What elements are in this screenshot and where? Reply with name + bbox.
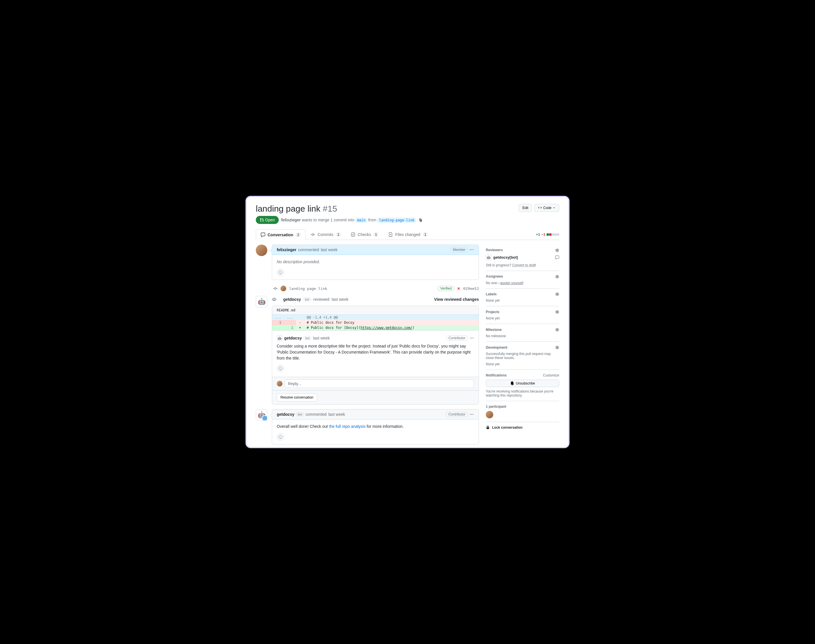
head-branch[interactable]: landing-page-link [378,218,416,223]
kebab-icon[interactable]: ⋯ [470,336,474,340]
gear-icon[interactable] [555,292,559,296]
kebab-icon[interactable]: ⋯ [470,247,474,252]
avatar-bot[interactable]: 🤖 [256,296,267,307]
kebab-icon[interactable]: ⋯ [470,412,474,417]
comment-time[interactable]: last week [328,412,345,417]
gear-icon[interactable] [555,248,559,252]
comment-author[interactable]: felixzieger [277,247,296,252]
eye-icon [272,297,276,302]
base-branch[interactable]: main [355,218,367,223]
participant-avatar[interactable] [486,411,493,419]
gear-icon[interactable] [555,327,559,332]
react-button[interactable] [277,365,284,372]
pr-meta: Open felixzieger wants to merge 1 commit… [256,216,559,224]
commit-message[interactable]: landing page link [289,287,327,291]
gear-icon[interactable] [555,310,559,314]
rc-time[interactable]: last week [313,336,330,340]
svg-point-6 [279,271,282,274]
verified-badge[interactable]: Verified [437,286,454,291]
bot-badge: bot [303,336,311,340]
avatar[interactable] [281,285,286,291]
assign-yourself-link[interactable]: assign yourself [500,281,523,285]
check-icon [351,232,355,237]
avatar[interactable] [256,245,267,256]
react-button[interactable] [277,269,284,276]
commit-sha[interactable]: 029ee52 [463,287,479,291]
reviewer-name[interactable]: getdocsy[bot] [493,255,518,259]
comment-body: Overall well done! Check out the full re… [272,420,479,433]
svg-point-17 [281,436,281,437]
pr-icon [260,218,264,222]
app-window: landing page link #15 Edit Code Open fel… [246,196,569,448]
scroll-area[interactable]: landing page link #15 Edit Code Open fel… [247,197,568,447]
contributor-badge: Contributor [446,336,468,340]
gear-icon[interactable] [555,274,559,279]
notifications-title: Notifications [486,373,507,377]
milestone-body: No milestone [486,334,559,338]
commit-icon [273,286,278,291]
development-body: Successfully merging this pull request m… [486,352,559,360]
avatar-bot[interactable]: 🤖 [277,335,282,341]
diff-table: ......@@ -1,4 +1,4 @@ 1-# Public docs fo… [272,315,479,330]
avatar-bot[interactable]: 🤖 [486,255,491,261]
svg-point-14 [281,368,281,368]
labels-body: None yet [486,299,559,302]
review-comment-body: Consider using a more descriptive title … [277,343,474,361]
development-title: Development [486,345,507,350]
react-button[interactable] [277,433,284,441]
unsubscribe-button[interactable]: Unsubscribe [486,380,559,387]
review-box: README.md ......@@ -1,4 +1,4 @@ 1-# Publ… [272,306,479,405]
svg-point-9 [275,288,276,289]
review-author[interactable]: getdocsy [283,297,301,302]
svg-point-16 [279,436,280,437]
view-changes-link[interactable]: View reviewed changes [434,297,479,302]
rc-author[interactable]: getdocsy [284,336,302,340]
reviewers-title: Reviewers [486,248,503,252]
status-fail-icon[interactable]: ✕ [457,287,460,291]
analysis-link[interactable]: the full repo analysis [329,424,365,429]
comment-author[interactable]: getdocsy [277,412,294,417]
notifications-reason: You're receiving notifications because y… [486,389,559,397]
code-icon [538,206,542,210]
caret-down-icon [553,207,556,209]
tab-files[interactable]: Files changed 1 [384,229,433,240]
smiley-icon [278,270,283,275]
comment-box: felixzieger commented last week Member ⋯… [272,245,479,280]
review-file[interactable]: README.md [272,306,479,315]
svg-point-0 [312,234,314,235]
lock-conversation[interactable]: Lock conversation [486,422,559,429]
code-button[interactable]: Code [534,204,559,212]
contributor-badge: Contributor [446,412,468,417]
edit-button[interactable]: Edit [519,204,532,212]
smiley-icon [278,435,283,439]
tab-commits[interactable]: Commits 1 [306,229,346,240]
copy-icon[interactable] [418,218,422,222]
pr-author[interactable]: felixzieger [281,218,301,222]
tab-conversation[interactable]: Conversation 2 [256,229,306,240]
projects-body: None yet [486,316,559,320]
state-badge: Open [256,216,279,224]
commit-row: landing page link Verified ✕ 029ee52 [256,284,479,293]
assignees-title: Assignees [486,274,503,278]
diffstat: +1 −1 [536,233,559,236]
comment-time[interactable]: last week [321,247,338,252]
svg-point-12 [279,367,282,371]
lock-icon [486,426,490,429]
resolve-button[interactable]: Resolve conversation [277,393,317,402]
review-time[interactable]: last week [332,297,348,302]
member-badge: Member [450,247,468,252]
avatar-bot[interactable]: 🤖 [256,409,267,421]
tab-checks[interactable]: Checks 1 [346,229,384,240]
pr-title: landing page link #15 [256,204,337,214]
projects-title: Projects [486,310,499,314]
development-none: None yet [486,362,559,366]
sidebar: Reviewers 🤖 getdocsy[bot] Still in progr… [486,245,559,447]
convert-draft-link[interactable]: Convert to draft [512,263,536,267]
svg-point-7 [279,272,280,272]
comment-icon[interactable] [555,256,559,259]
customize-link[interactable]: Customize [543,373,559,377]
reply-input[interactable]: Reply... [285,379,474,388]
avatar[interactable] [277,381,282,386]
gear-icon[interactable] [555,345,559,350]
svg-point-15 [279,435,282,439]
